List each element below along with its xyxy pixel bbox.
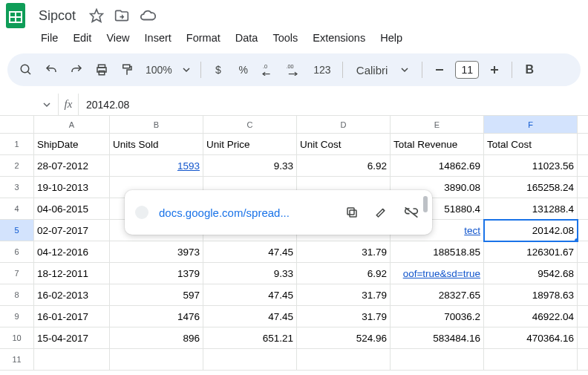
- col-header-a[interactable]: A: [34, 116, 110, 133]
- menu-help[interactable]: Help: [373, 29, 409, 47]
- cell[interactable]: 19-10-2013: [34, 177, 110, 198]
- popup-scrollbar[interactable]: [423, 196, 428, 212]
- cell[interactable]: 47.45: [203, 284, 297, 306]
- menu-data[interactable]: Data: [229, 29, 265, 47]
- percent-icon[interactable]: %: [232, 59, 255, 81]
- fx-icon[interactable]: fx: [58, 94, 79, 115]
- menu-file[interactable]: File: [34, 29, 65, 47]
- col-header-c[interactable]: C: [203, 116, 297, 133]
- menu-extensions[interactable]: Extensions: [306, 29, 372, 47]
- font-size-decrease[interactable]: [428, 59, 451, 81]
- print-icon[interactable]: [91, 59, 113, 81]
- cell[interactable]: 651.21: [203, 327, 297, 349]
- cell[interactable]: 597: [110, 284, 203, 306]
- cell[interactable]: 16-01-2017: [34, 306, 110, 327]
- cell[interactable]: 470364.16: [484, 327, 578, 349]
- cell[interactable]: 14862.69: [391, 155, 484, 177]
- cell[interactable]: 18978.63: [484, 284, 578, 306]
- document-title[interactable]: Sipcot: [34, 7, 80, 25]
- cell[interactable]: [391, 349, 484, 371]
- cell[interactable]: 31.79: [297, 241, 391, 263]
- cell[interactable]: 6.92: [297, 263, 391, 284]
- cell[interactable]: 02-07-2017: [34, 220, 110, 241]
- cell[interactable]: [578, 220, 588, 241]
- cell[interactable]: [203, 349, 297, 371]
- cell[interactable]: 04-12-2016: [34, 241, 110, 263]
- font-family-select[interactable]: Calibri: [349, 64, 416, 76]
- cell[interactable]: Total Revenue: [391, 134, 484, 155]
- cell[interactable]: [34, 349, 110, 371]
- unlink-icon[interactable]: [401, 202, 422, 223]
- cell[interactable]: 1476: [110, 306, 203, 327]
- cell[interactable]: [110, 349, 203, 371]
- cell[interactable]: [297, 349, 391, 371]
- formula-value[interactable]: 20142.08: [79, 99, 129, 111]
- cell[interactable]: [578, 327, 588, 349]
- move-icon[interactable]: [114, 7, 129, 24]
- col-header-next[interactable]: [578, 116, 588, 133]
- cell[interactable]: 11023.56: [484, 155, 578, 177]
- cell[interactable]: 9.33: [203, 155, 297, 177]
- menu-format[interactable]: Format: [180, 29, 227, 47]
- cell[interactable]: 1593: [110, 155, 203, 177]
- font-size-input[interactable]: [455, 61, 479, 79]
- cell[interactable]: 583484.16: [391, 327, 484, 349]
- cell[interactable]: 16-02-2013: [34, 284, 110, 306]
- zoom-select[interactable]: 100%: [141, 64, 195, 76]
- row-header[interactable]: 11: [0, 349, 34, 371]
- decrease-decimal-icon[interactable]: .0: [258, 59, 280, 81]
- format-123-icon[interactable]: 123: [308, 59, 336, 81]
- row-header[interactable]: 2: [0, 155, 34, 177]
- cell[interactable]: 9542.68: [484, 263, 578, 284]
- row-header[interactable]: 7: [0, 263, 34, 284]
- row-header[interactable]: 8: [0, 284, 34, 306]
- cell[interactable]: 165258.24: [484, 177, 578, 198]
- sheets-app-icon[interactable]: [6, 2, 27, 29]
- cell[interactable]: [484, 349, 578, 371]
- col-header-e[interactable]: E: [391, 116, 484, 133]
- cell[interactable]: 188518.85: [391, 241, 484, 263]
- cell[interactable]: 9.33: [203, 263, 297, 284]
- menu-view[interactable]: View: [99, 29, 136, 47]
- cell[interactable]: [578, 306, 588, 327]
- undo-icon[interactable]: [40, 59, 62, 81]
- cell[interactable]: 47.45: [203, 306, 297, 327]
- cell[interactable]: [578, 241, 588, 263]
- row-header[interactable]: 9: [0, 306, 34, 327]
- cell[interactable]: 18-12-2011: [34, 263, 110, 284]
- row-header[interactable]: 5: [0, 220, 34, 241]
- cell[interactable]: 28-07-2012: [34, 155, 110, 177]
- select-all-corner[interactable]: [0, 116, 34, 133]
- row-header[interactable]: 10: [0, 327, 34, 349]
- cell[interactable]: 524.96: [297, 327, 391, 349]
- cell[interactable]: 6.92: [297, 155, 391, 177]
- cell[interactable]: [578, 155, 588, 177]
- row-header[interactable]: 4: [0, 198, 34, 220]
- cell[interactable]: 20142.08: [484, 220, 578, 241]
- cell[interactable]: Unit Cost: [297, 134, 391, 155]
- paint-format-icon[interactable]: [116, 59, 138, 81]
- cell[interactable]: [578, 349, 588, 371]
- cell[interactable]: 31.79: [297, 284, 391, 306]
- row-header[interactable]: 1: [0, 134, 34, 155]
- increase-decimal-icon[interactable]: .00: [283, 59, 305, 81]
- cell[interactable]: Total Cost: [484, 134, 578, 155]
- cell[interactable]: [578, 134, 588, 155]
- link-url[interactable]: docs.google.com/spread...: [159, 206, 334, 219]
- cloud-icon[interactable]: [140, 7, 156, 24]
- cell[interactable]: [578, 284, 588, 306]
- edit-link-icon[interactable]: [371, 202, 392, 223]
- cell[interactable]: Units Sold: [110, 134, 203, 155]
- name-box-dropdown[interactable]: [6, 101, 58, 108]
- cell[interactable]: 126301.67: [484, 241, 578, 263]
- redo-icon[interactable]: [65, 59, 88, 81]
- search-icon[interactable]: [15, 59, 37, 81]
- cell[interactable]: 46922.04: [484, 306, 578, 327]
- cell[interactable]: 15-04-2017: [34, 327, 110, 349]
- copy-link-icon[interactable]: [342, 202, 362, 223]
- menu-edit[interactable]: Edit: [66, 29, 98, 47]
- menu-tools[interactable]: Tools: [266, 29, 304, 47]
- col-header-d[interactable]: D: [297, 116, 391, 133]
- bold-icon[interactable]: B: [518, 59, 540, 81]
- font-size-increase[interactable]: [483, 59, 506, 81]
